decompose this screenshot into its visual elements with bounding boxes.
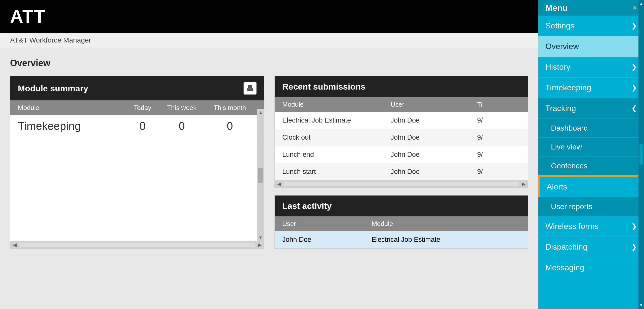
sidebar-item-dashboard[interactable]: Dashboard: [538, 119, 644, 138]
overview-title: Overview: [10, 58, 528, 68]
ms-row-month: 0: [203, 120, 257, 132]
la-row-module: Electrical Job Estimate: [372, 236, 520, 244]
main-content: Overview Module summary 🖶 Module Today T…: [0, 48, 538, 259]
right-menu: Menu × Settings ❯ Overview History ❯ Tim…: [538, 0, 644, 309]
rs-row-time: 9/: [477, 134, 520, 141]
sidebar-item-dispatching[interactable]: Dispatching ❯: [538, 237, 644, 257]
sidebar-item-label: Geofences: [551, 162, 587, 170]
sidebar-item-label: Live view: [551, 143, 582, 151]
sidebar-item-timekeeping[interactable]: Timekeeping ❯: [538, 78, 644, 98]
sidebar-item-label: Messaging: [545, 263, 584, 272]
vertical-scrollbar[interactable]: ▲ ▼: [257, 109, 264, 241]
recent-submissions-panel: Recent submissions Module User Ti Electr…: [274, 76, 528, 188]
ms-col-month-header: This month: [203, 104, 257, 112]
module-summary-panel: Module summary 🖶 Module Today This week …: [10, 76, 264, 249]
rs-col-time-header: Ti: [477, 101, 520, 108]
chevron-right-icon: ❯: [631, 22, 637, 30]
scroll-track[interactable]: [19, 243, 255, 247]
rs-row-time: 9/: [477, 117, 520, 124]
module-summary-title: Module summary: [18, 84, 88, 93]
recent-submissions-col-headers: Module User Ti: [275, 97, 528, 112]
app-title: ATT: [10, 6, 46, 27]
table-row: Lunch end John Doe 9/: [275, 146, 528, 163]
rs-col-user-header: User: [390, 101, 477, 108]
sidebar-item-label: Settings: [545, 21, 575, 30]
recent-submissions-body: Electrical Job Estimate John Doe 9/ Cloc…: [275, 112, 528, 180]
scroll-track[interactable]: [284, 182, 519, 186]
chevron-right-icon: ❯: [631, 243, 637, 251]
print-icon[interactable]: 🖶: [244, 82, 257, 95]
last-activity-panel: Last activity User Module John Doe Elect…: [274, 195, 528, 249]
right-panels: Recent submissions Module User Ti Electr…: [274, 76, 528, 249]
scroll-right-arrow[interactable]: ▶: [256, 242, 263, 248]
sidebar-item-user-reports[interactable]: User reports: [538, 197, 644, 216]
chevron-right-icon: ❯: [631, 84, 637, 92]
sidebar-item-history[interactable]: History ❯: [538, 57, 644, 78]
rs-row-time: 9/: [477, 168, 520, 176]
module-summary-body: Timekeeping 0 0 0: [10, 115, 264, 241]
scroll-right-arrow[interactable]: ▶: [520, 181, 527, 187]
last-activity-body: John Doe Electrical Job Estimate: [275, 231, 528, 248]
sidebar-item-label: Tracking: [545, 104, 576, 113]
ms-col-today-header: Today: [125, 104, 160, 112]
ms-col-week-header: This week: [160, 104, 203, 112]
rs-col-module-header: Module: [282, 101, 390, 108]
chevron-down-icon: ❮: [631, 104, 637, 112]
rs-row-user: John Doe: [390, 168, 477, 176]
ms-row-module: Timekeeping: [18, 120, 125, 132]
rs-row-module: Lunch end: [282, 151, 390, 159]
scroll-left-arrow[interactable]: ◀: [276, 181, 283, 187]
last-activity-col-headers: User Module: [275, 216, 528, 231]
sub-header-text: AT&T Workforce Manager: [10, 36, 91, 44]
menu-title: Menu: [545, 3, 568, 13]
recent-submissions-title: Recent submissions: [282, 82, 366, 92]
menu-header: Menu ×: [538, 0, 644, 16]
sidebar-item-geofences[interactable]: Geofences: [538, 157, 644, 175]
sidebar-item-label: Timekeeping: [545, 83, 591, 92]
sidebar-item-settings[interactable]: Settings ❯: [538, 16, 644, 36]
sidebar-item-label: Dispatching: [545, 242, 587, 252]
la-col-module-header: Module: [372, 220, 520, 228]
module-summary-header: Module summary 🖶: [10, 76, 264, 100]
sidebar-item-label: Alerts: [547, 182, 567, 191]
sidebar-item-tracking[interactable]: Tracking ❮: [538, 98, 644, 119]
sidebar-item-label: User reports: [551, 202, 592, 211]
chevron-right-icon: ❯: [631, 222, 637, 230]
sidebar-item-label: Overview: [545, 42, 579, 51]
sidebar-item-label: Wireless forms: [545, 222, 599, 231]
horizontal-scrollbar[interactable]: ◀ ▶: [275, 180, 528, 187]
sidebar-item-messaging[interactable]: Messaging: [538, 257, 644, 278]
panels-row: Module summary 🖶 Module Today This week …: [10, 76, 528, 249]
la-row-user: John Doe: [282, 236, 372, 244]
sidebar-item-wireless-forms[interactable]: Wireless forms ❯: [538, 216, 644, 237]
rs-row-module: Lunch start: [282, 168, 390, 176]
rs-row-time: 9/: [477, 151, 520, 159]
table-row: Lunch start John Doe 9/: [275, 163, 528, 180]
recent-submissions-header: Recent submissions: [275, 76, 528, 97]
last-activity-header: Last activity: [275, 196, 528, 216]
table-row: Electrical Job Estimate John Doe 9/: [275, 112, 528, 129]
table-row: Timekeeping 0 0 0: [10, 115, 264, 137]
sidebar-item-alerts[interactable]: Alerts: [538, 175, 644, 197]
scroll-left-arrow[interactable]: ◀: [11, 242, 18, 248]
menu-close-button[interactable]: ×: [632, 4, 637, 12]
ms-row-week: 0: [160, 120, 203, 132]
chevron-right-icon: ❯: [631, 63, 637, 71]
rs-row-module: Electrical Job Estimate: [282, 117, 390, 124]
ms-row-today: 0: [125, 120, 160, 132]
module-summary-col-headers: Module Today This week This month: [10, 100, 264, 115]
last-activity-title: Last activity: [282, 201, 332, 211]
rs-row-user: John Doe: [390, 117, 477, 124]
menu-scrollbar[interactable]: ▲ ▼: [638, 0, 644, 309]
sidebar-item-overview[interactable]: Overview: [538, 36, 644, 57]
horizontal-scrollbar[interactable]: ◀ ▶: [10, 241, 264, 248]
sidebar-item-live-view[interactable]: Live view: [538, 138, 644, 157]
rs-row-user: John Doe: [390, 151, 477, 159]
sidebar-item-label: Dashboard: [551, 124, 588, 132]
table-row: John Doe Electrical Job Estimate: [275, 231, 528, 248]
sidebar-item-label: History: [545, 62, 571, 72]
rs-row-user: John Doe: [390, 134, 477, 141]
la-col-user-header: User: [282, 220, 372, 228]
rs-row-module: Clock out: [282, 134, 390, 141]
table-row: Clock out John Doe 9/: [275, 129, 528, 146]
